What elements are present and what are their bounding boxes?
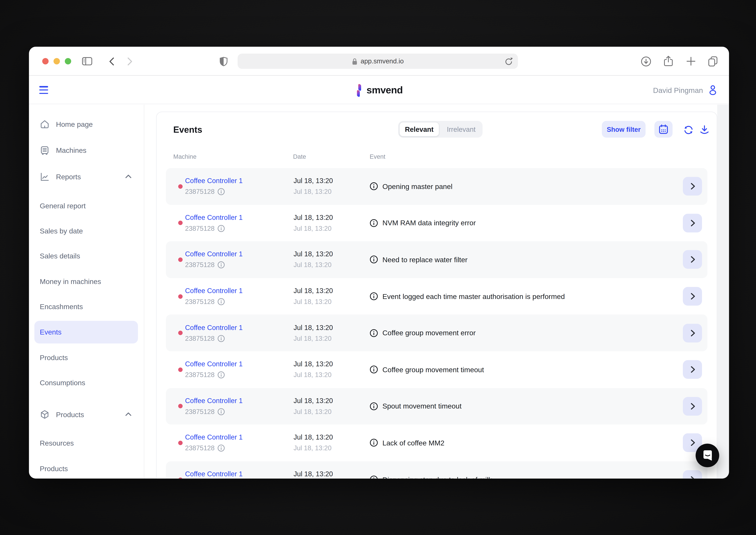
sidebar-item-label: Consumptions [40,379,85,386]
row-details-button[interactable] [683,250,702,269]
row-details-button[interactable] [683,324,702,342]
brand-logo[interactable]: smvend [29,76,729,104]
status-dot [178,331,183,335]
show-filter-button[interactable]: Show filter [602,121,646,137]
row-details-button[interactable] [683,470,702,478]
minimize-window-button[interactable] [54,58,60,64]
machine-link[interactable]: Coffee Controller 1 [185,359,243,369]
close-window-button[interactable] [42,58,48,64]
date-primary: Jul 18, 13:20 [294,359,333,369]
downloads-icon[interactable] [640,47,652,76]
reload-icon[interactable] [505,56,513,66]
row-details-button[interactable] [683,397,702,415]
machine-link[interactable]: Coffee Controller 1 [185,212,243,223]
event-text: Coffee group movement timeout [382,366,484,374]
machine-link[interactable]: Coffee Controller 1 [185,286,243,296]
sidebar-item-sales-details-5[interactable]: Sales details [29,247,145,264]
table-row: Coffee Controller 1 23875128 Jul 18, 13:… [166,425,707,461]
sidebar-toggle-icon[interactable] [81,47,93,76]
machine-serial: 23875128 [185,443,215,453]
machine-link[interactable]: Coffee Controller 1 [185,323,243,333]
info-icon [370,329,378,337]
table-row: Coffee Controller 1 23875128 Jul 18, 13:… [166,168,707,205]
event-cell: Event logged each time master authorisat… [370,292,565,300]
refresh-icon[interactable] [683,125,693,135]
row-details-button[interactable] [683,287,702,305]
machine-link[interactable]: Coffee Controller 1 [185,469,243,478]
info-icon [370,438,378,447]
sidebar-item-products-9[interactable]: Products [29,349,145,366]
machine-serial: 23875128 [185,407,215,417]
user-menu[interactable]: David Pingman [653,76,717,104]
sidebar-item-label: Sales details [40,252,80,260]
url-bar[interactable]: app.smvend.io [237,54,518,69]
download-icon[interactable] [700,125,710,135]
sidebar-item-sales-by-date-4[interactable]: Sales by date [29,222,145,239]
sidebar-item-events-8[interactable]: Events [34,321,138,343]
table-row: Coffee Controller 1 23875128 Jul 18, 13:… [166,461,707,478]
event-text: Dispensing stop due to lack of milk [382,476,492,478]
info-icon[interactable] [218,298,225,305]
zoom-window-button[interactable] [65,58,71,64]
sidebar-item-consumptions-10[interactable]: Consumptions [29,374,145,391]
tab-relevant[interactable]: Relevant [399,122,439,136]
browser-window: app.smvend.io [29,47,729,479]
info-icon[interactable] [218,335,225,342]
sidebar-item-general-report-3[interactable]: General report [29,197,145,214]
sidebar-item-machines-1[interactable]: Machines [29,142,145,158]
chevron-up-icon[interactable] [124,172,132,181]
chat-launcher-button[interactable] [696,444,719,467]
event-text: Spout movement timeout [382,402,461,410]
sidebar-item-encashments-7[interactable]: Encashments [29,298,145,315]
events-table: Coffee Controller 1 23875128 Jul 18, 13:… [166,168,707,479]
sidebar-item-label: Products [56,410,84,418]
machine-link[interactable]: Coffee Controller 1 [185,432,243,442]
machine-serial: 23875128 [185,333,215,344]
share-icon[interactable] [662,47,674,76]
info-icon[interactable] [218,225,225,232]
sidebar-item-products-11[interactable]: Products [29,406,145,423]
sidebar-item-label: Reports [56,173,81,181]
calendar-button[interactable] [654,121,673,137]
event-text: Lack of coffee MM2 [382,439,445,447]
tab-irrelevant[interactable]: Irrelevant [440,121,482,137]
sidebar-item-label: Machines [56,146,87,154]
info-icon[interactable] [218,188,225,195]
machine-link[interactable]: Coffee Controller 1 [185,176,243,186]
info-icon [370,475,378,479]
content-area: Home page Machines Reports General repor… [29,105,729,479]
status-dot [178,257,183,262]
date-cell: Jul 18, 13:20 Jul 18, 13:20 [294,359,333,380]
table-row: Coffee Controller 1 23875128 Jul 18, 13:… [166,388,707,425]
machine-link[interactable]: Coffee Controller 1 [185,396,243,406]
info-icon[interactable] [218,261,225,269]
sidebar-item-resources-12[interactable]: Resources [29,435,145,451]
shield-icon[interactable] [218,47,229,76]
column-date: Date [293,153,306,160]
row-details-button[interactable] [683,360,702,379]
row-details-button[interactable] [683,177,702,196]
new-tab-icon[interactable] [685,47,697,76]
forward-icon[interactable] [125,47,135,76]
info-icon[interactable] [218,408,225,415]
date-secondary: Jul 18, 13:20 [294,443,333,453]
relevance-toggle: Relevant Irrelevant [398,121,482,137]
sidebar-item-reports-2[interactable]: Reports [29,168,145,185]
tabs-overview-icon[interactable] [707,47,719,76]
event-cell: Opening master panel [370,182,452,190]
info-icon[interactable] [218,444,225,452]
sidebar-item-label: Money in machines [40,277,101,285]
info-icon[interactable] [218,371,225,379]
status-dot [178,221,183,225]
sidebar-item-products-13[interactable]: Products [29,460,145,477]
row-details-button[interactable] [683,213,702,232]
machine-link[interactable]: Coffee Controller 1 [185,249,243,259]
status-dot [178,367,183,372]
user-avatar-icon[interactable] [709,85,717,95]
back-icon[interactable] [107,47,117,76]
event-text: Need to replace water filter [382,256,468,264]
scrollbar-track[interactable] [717,105,729,479]
sidebar-item-home-page-0[interactable]: Home page [29,116,145,132]
chevron-up-icon[interactable] [124,410,132,418]
sidebar-item-money-in-machines-6[interactable]: Money in machines [29,273,145,290]
